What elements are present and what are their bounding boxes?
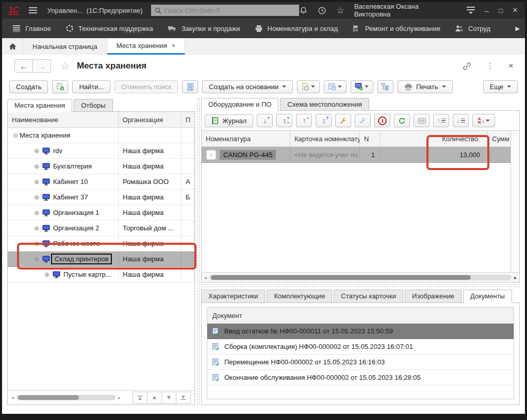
column-header-name[interactable]: Наименование — [8, 112, 119, 127]
expand-node-icon[interactable]: ⊕ — [32, 240, 41, 247]
vertical-scrollbar[interactable] — [510, 131, 519, 273]
expand-node-icon[interactable]: ⊕ — [43, 271, 51, 278]
document-history-dropdown[interactable] — [297, 80, 320, 93]
tree-row[interactable]: ⊕ Пустые картр... Наша фирма — [8, 267, 194, 282]
equipment-row-selected[interactable]: ›CANON PG-445 <Не ведется учет по ... 1 … — [202, 147, 511, 163]
tab-card-statuses[interactable]: Статусы карточки — [334, 290, 403, 303]
horizontal-scrollbar[interactable] — [17, 395, 116, 400]
tab-filters[interactable]: Отборы — [74, 99, 112, 112]
journal-button[interactable]: Журнал — [205, 114, 253, 127]
tab-equipment[interactable]: Оборудование и ПО — [201, 98, 278, 111]
column-header-sum[interactable]: Сумм — [488, 131, 511, 146]
tree-row[interactable]: ⊕ Бухгалтерия Наша фирма — [8, 159, 194, 174]
menu-overflow-arrow-icon[interactable]: ▶ — [516, 25, 520, 32]
tab-places-tree[interactable]: Места хранения — [7, 99, 72, 112]
find-button[interactable]: Найти... — [72, 80, 110, 93]
create-based-on-button[interactable]: Создать на основании — [202, 80, 293, 93]
menu-item-tech-support[interactable]: Техническая поддержка — [65, 24, 153, 32]
create-button[interactable]: Создать — [9, 80, 48, 93]
alphabetical-sort-dropdown[interactable]: АЯ ↓ — [472, 114, 495, 127]
scroll-right-icon[interactable]: ▸ — [514, 275, 517, 280]
reports-dropdown[interactable] — [324, 80, 347, 93]
more-button[interactable]: Еще — [483, 80, 518, 93]
equipment-h-scrollbar[interactable]: ◂ ▸ — [202, 272, 519, 282]
list-view-button[interactable] — [182, 80, 198, 93]
notifications-bell-icon[interactable] — [299, 6, 308, 15]
row-expand-icon[interactable]: › — [206, 150, 216, 160]
menu-item-main[interactable]: Главное — [12, 25, 51, 32]
tab-storage-places[interactable]: Места хранения × — [107, 38, 185, 55]
menu-item-nomenclature-warehouse[interactable]: Номенклатура и склад — [255, 25, 338, 32]
column-header-card[interactable]: Карточка номенклатуры — [290, 131, 360, 146]
more-actions-kebab-icon[interactable]: ⋮ — [486, 61, 494, 71]
refresh-button[interactable] — [394, 114, 410, 127]
service-menu-icon[interactable] — [467, 7, 475, 14]
stop-accounting-button[interactable] — [374, 114, 390, 127]
print-button[interactable]: Печать — [398, 80, 453, 93]
expand-node-icon[interactable]: ⊕ — [32, 178, 41, 186]
favorites-star-icon[interactable]: ☆ — [336, 5, 344, 16]
column-header-quantity[interactable]: Количество — [381, 131, 488, 146]
tab-image[interactable]: Изображение — [405, 290, 462, 303]
scrollbar-thumb[interactable] — [18, 395, 79, 400]
tab-location-scheme[interactable]: Схема местоположения — [280, 98, 369, 111]
sort-asc-button[interactable]: ↑ — [433, 114, 449, 127]
vertical-splitter[interactable] — [197, 98, 200, 405]
document-row-selected[interactable]: Ввод остатков № НФ00-000011 от 15.05.202… — [207, 324, 514, 339]
create-group-button[interactable] — [52, 80, 68, 93]
expand-node-icon[interactable]: ⊕ — [32, 225, 41, 232]
expand-node-icon[interactable]: ⊕ — [32, 147, 41, 155]
close-form-button[interactable]: × — [508, 61, 514, 71]
collapse-node-icon[interactable]: ⊖ — [32, 256, 41, 263]
tree-row[interactable]: ⊕ Организация 1 Наша фирма — [8, 205, 194, 221]
tab-home-page[interactable]: Начальная страница — [23, 38, 107, 55]
hamburger-menu-icon[interactable] — [29, 7, 37, 13]
close-window-button[interactable]: × — [513, 5, 518, 15]
tree-row[interactable]: ⊕ Кабинет 37 Наша фирмаБ — [8, 190, 194, 205]
column-header-extra[interactable]: П — [182, 112, 194, 127]
writeoff-button[interactable]: ↑− — [296, 114, 312, 127]
tab-close-icon[interactable]: × — [172, 42, 175, 49]
scrollbar-thumb[interactable] — [211, 275, 471, 280]
menu-item-repair-maintenance[interactable]: Ремонт и обслуживание — [352, 25, 440, 32]
repair-button[interactable] — [335, 114, 351, 127]
tree-row[interactable]: ⊕ Рабочее место Наша фирма — [8, 236, 194, 251]
forward-button[interactable]: → — [33, 59, 51, 73]
sort-desc-button[interactable]: ↓ — [453, 114, 469, 127]
focused-cell-value[interactable]: Склад принтеров — [51, 254, 112, 264]
menu-item-employees[interactable]: Сотруд — [455, 25, 490, 32]
get-link-icon[interactable] — [462, 62, 472, 71]
cancel-search-button[interactable]: Отменить поиск — [114, 80, 178, 93]
move-down-button[interactable] — [162, 392, 176, 404]
move-up-button[interactable] — [147, 392, 162, 404]
receipt-button[interactable]: ↓+ — [257, 114, 273, 127]
history-clock-icon[interactable] — [318, 6, 326, 15]
document-row[interactable]: Окончание обслуживания НФ00-000002 от 15… — [207, 370, 514, 385]
tree-row[interactable]: ⊕ rdv Наша фирма — [8, 143, 194, 159]
back-button[interactable]: ← — [14, 59, 33, 73]
column-header-org[interactable]: Организация — [119, 112, 182, 127]
equipment-dropdown[interactable] — [351, 80, 373, 93]
scroll-left-icon[interactable]: ◂ — [204, 275, 207, 280]
move-to-bottom-button[interactable] — [176, 392, 191, 404]
horizontal-splitter[interactable] — [201, 284, 520, 287]
tab-components[interactable]: Комплектующие — [267, 290, 332, 303]
counter-button[interactable]: 0-9 — [414, 114, 430, 127]
document-row[interactable]: Сборка (комплектация) НФ00-000002 от 15.… — [207, 339, 514, 355]
maximize-button[interactable]: □ — [499, 7, 503, 14]
inventory-button[interactable]: ↕? — [316, 114, 332, 127]
expand-node-icon[interactable]: ⊕ — [32, 163, 41, 170]
tab-characteristics[interactable]: Характеристики — [201, 290, 265, 303]
user-name[interactable]: Васелевская Оксана Викторовна — [354, 3, 457, 18]
tab-documents[interactable]: Документы — [463, 290, 512, 303]
tree-row-selected[interactable]: ⊖ Склад принтеров Наша фирма — [8, 251, 194, 267]
tree-row[interactable]: ⊕ Кабинет 10 Ромашка ОООА — [8, 174, 194, 190]
documents-table-header[interactable]: Документ — [207, 308, 514, 324]
scroll-left-icon[interactable]: ◂ — [11, 395, 14, 400]
column-header-n[interactable]: N — [360, 131, 381, 146]
scroll-right-icon[interactable]: ▸ — [118, 395, 121, 400]
tree-row[interactable]: ⊕ Организация 2 Торговый дом ... — [8, 221, 194, 236]
tree-row-root[interactable]: ⊖Места хранения — [8, 128, 194, 143]
favorite-star-icon[interactable]: ☆ — [60, 60, 70, 72]
collapse-node-icon[interactable]: ⊖ — [11, 132, 20, 139]
